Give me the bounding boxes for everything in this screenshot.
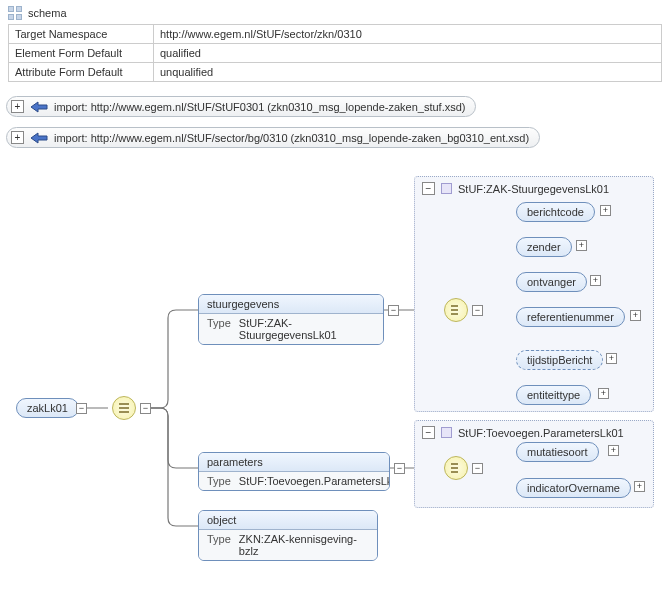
- table-row: Attribute Form Defaultunqualified: [9, 63, 662, 82]
- collapse-icon[interactable]: −: [140, 403, 151, 414]
- schema-title: schema: [28, 7, 67, 19]
- element-entiteittype[interactable]: entiteittype: [516, 385, 591, 405]
- expand-icon[interactable]: +: [606, 353, 617, 364]
- complextype-icon: [441, 183, 452, 194]
- table-row: Target Namespacehttp://www.egem.nl/StUF/…: [9, 25, 662, 44]
- type-label: Type: [207, 475, 231, 487]
- sequence-gate[interactable]: [444, 298, 468, 322]
- root-element[interactable]: zakLk01: [16, 398, 79, 418]
- element-zender[interactable]: zender: [516, 237, 572, 257]
- element-stuurgegevens[interactable]: stuurgegevens TypeStUF:ZAK-Stuurgegevens…: [198, 294, 384, 345]
- type-group-header[interactable]: − StUF:Toevoegen.ParametersLk01: [422, 426, 624, 439]
- sequence-gate[interactable]: [112, 396, 136, 420]
- expand-icon[interactable]: +: [576, 240, 587, 251]
- element-object[interactable]: object TypeZKN:ZAK-kennisgeving-bzlz: [198, 510, 378, 561]
- expand-icon[interactable]: +: [600, 205, 611, 216]
- element-name: object: [199, 511, 377, 530]
- schema-meta-table: Target Namespacehttp://www.egem.nl/StUF/…: [8, 24, 662, 82]
- expand-icon[interactable]: +: [608, 445, 619, 456]
- sequence-gate[interactable]: [444, 456, 468, 480]
- element-indicatorovername[interactable]: indicatorOvername: [516, 478, 631, 498]
- meta-val: qualified: [154, 44, 662, 63]
- element-parameters[interactable]: parameters TypeStUF:Toevoegen.Parameters…: [198, 452, 390, 491]
- type-label: Type: [207, 533, 231, 557]
- collapse-icon[interactable]: −: [76, 403, 87, 414]
- element-name: stuurgegevens: [199, 295, 383, 314]
- element-mutatiesoort[interactable]: mutatiesoort: [516, 442, 599, 462]
- schema-icon: [8, 6, 22, 20]
- collapse-icon[interactable]: −: [394, 463, 405, 474]
- import-row[interactable]: + import: http://www.egem.nl/StUF/sector…: [6, 127, 540, 148]
- type-group-header[interactable]: − StUF:ZAK-StuurgegevensLk01: [422, 182, 609, 195]
- expand-icon[interactable]: +: [598, 388, 609, 399]
- element-name: parameters: [199, 453, 389, 472]
- element-referentienummer[interactable]: referentienummer: [516, 307, 625, 327]
- element-berichtcode[interactable]: berichtcode: [516, 202, 595, 222]
- type-value: StUF:ZAK-StuurgegevensLk01: [239, 317, 375, 341]
- expand-icon[interactable]: +: [590, 275, 601, 286]
- import-arrow-icon: [30, 101, 48, 113]
- import-text: import: http://www.egem.nl/StUF/sector/b…: [54, 132, 529, 144]
- expand-icon[interactable]: +: [11, 131, 24, 144]
- collapse-icon[interactable]: −: [388, 305, 399, 316]
- type-value: StUF:Toevoegen.ParametersLk01: [239, 475, 390, 487]
- meta-key: Element Form Default: [9, 44, 154, 63]
- element-tijdstipbericht[interactable]: tijdstipBericht: [516, 350, 603, 370]
- meta-val: unqualified: [154, 63, 662, 82]
- collapse-icon[interactable]: −: [422, 426, 435, 439]
- root-label: zakLk01: [27, 402, 68, 414]
- type-label: Type: [207, 317, 231, 341]
- schema-header: schema: [8, 4, 662, 24]
- type-group-title: StUF:ZAK-StuurgegevensLk01: [458, 183, 609, 195]
- meta-key: Target Namespace: [9, 25, 154, 44]
- expand-icon[interactable]: +: [634, 481, 645, 492]
- expand-icon[interactable]: +: [630, 310, 641, 321]
- complextype-icon: [441, 427, 452, 438]
- import-arrow-icon: [30, 132, 48, 144]
- expand-icon[interactable]: +: [11, 100, 24, 113]
- collapse-icon[interactable]: −: [472, 463, 483, 474]
- import-text: import: http://www.egem.nl/StUF/StUF0301…: [54, 101, 465, 113]
- import-row[interactable]: + import: http://www.egem.nl/StUF/StUF03…: [6, 96, 476, 117]
- collapse-icon[interactable]: −: [472, 305, 483, 316]
- collapse-icon[interactable]: −: [422, 182, 435, 195]
- meta-val: http://www.egem.nl/StUF/sector/zkn/0310: [154, 25, 662, 44]
- element-ontvanger[interactable]: ontvanger: [516, 272, 587, 292]
- meta-key: Attribute Form Default: [9, 63, 154, 82]
- type-group-title: StUF:Toevoegen.ParametersLk01: [458, 427, 624, 439]
- table-row: Element Form Defaultqualified: [9, 44, 662, 63]
- type-value: ZKN:ZAK-kennisgeving-bzlz: [239, 533, 369, 557]
